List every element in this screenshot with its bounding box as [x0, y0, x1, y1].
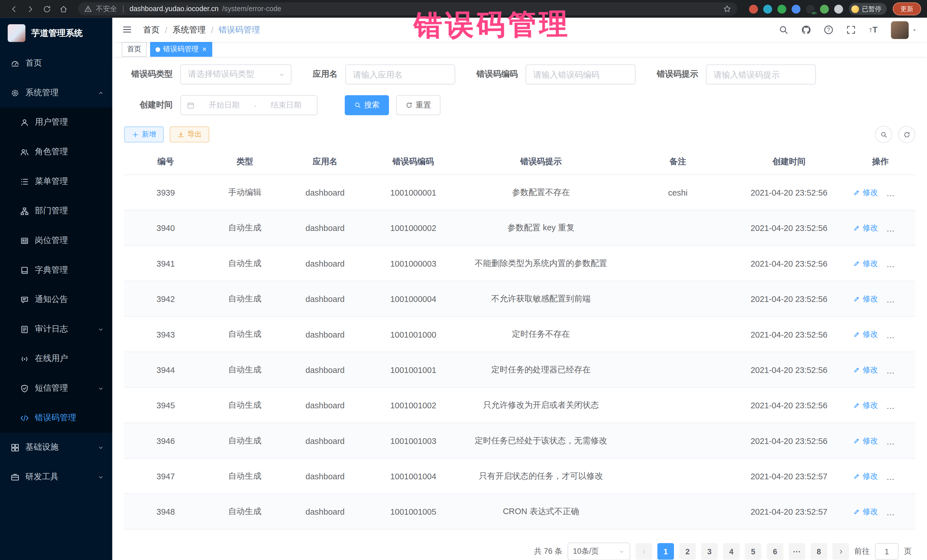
search-icon: [354, 102, 362, 109]
toggle-search-button[interactable]: [875, 126, 892, 143]
help-icon[interactable]: ?: [824, 25, 833, 35]
sidebar-item-error-code-management[interactable]: 错误码管理: [0, 403, 112, 433]
sidebar-item-infrastructure[interactable]: 基础设施: [0, 433, 112, 462]
paused-badge[interactable]: 已暂停: [849, 3, 887, 15]
fullscreen-icon[interactable]: [846, 25, 856, 35]
sidebar-item-user-management[interactable]: 用户管理: [0, 108, 112, 137]
extensions-puzzle-icon[interactable]: [834, 5, 843, 14]
sidebar-item-system-management[interactable]: 系统管理: [0, 78, 112, 108]
reset-button[interactable]: 重置: [396, 95, 441, 115]
edit-button[interactable]: 修改: [853, 506, 878, 517]
screen: 不安全 dashboard.yudao.iocoder.cn/system/er…: [0, 0, 927, 560]
browser-back-button[interactable]: [6, 1, 21, 17]
address-bar[interactable]: 不安全 dashboard.yudao.iocoder.cn/system/er…: [78, 2, 737, 15]
edit-button[interactable]: 修改: [853, 436, 878, 446]
page-button[interactable]: 3: [701, 543, 718, 560]
page-button[interactable]: ···: [789, 543, 805, 560]
search-icon[interactable]: [779, 25, 789, 35]
table-row: 3946自动生成dashboard1001001003定时任务已经处于该状态，无…: [124, 423, 915, 458]
tab-home[interactable]: 首页: [122, 42, 147, 57]
create-time-range-picker[interactable]: 开始日期 - 结束日期: [180, 95, 318, 115]
close-tab-icon[interactable]: ×: [202, 46, 207, 53]
select-placeholder: 请选择错误码类型: [188, 69, 254, 80]
extension-badge: on: [811, 10, 817, 15]
url-domain: dashboard.yudao.iocoder.cn: [129, 5, 219, 13]
edit-button[interactable]: 修改: [853, 222, 878, 233]
breadcrumb-separator: /: [165, 25, 167, 35]
table-row: 3944自动生成dashboard1001001001定时任务的处理器已经存在2…: [124, 352, 915, 387]
app-logo[interactable]: 芋道管理系统: [0, 18, 112, 49]
table-cell: ceshi: [623, 175, 732, 210]
calendar-icon: [187, 101, 195, 109]
app-name-input[interactable]: [345, 64, 455, 84]
goto-label: 前往: [854, 546, 870, 557]
table-cell: [623, 494, 732, 529]
edit-button[interactable]: 修改: [853, 471, 878, 481]
edit-button[interactable]: 修改: [853, 258, 878, 269]
sidebar-item-audit-log[interactable]: 审计日志: [0, 314, 112, 344]
extension-red-icon[interactable]: [749, 5, 758, 14]
page-size-select[interactable]: 10条/页: [568, 543, 631, 560]
extension-blue-icon[interactable]: [792, 5, 800, 14]
chevron-down-icon: [278, 71, 285, 78]
page-button[interactable]: 8: [811, 543, 827, 560]
page-button[interactable]: 1: [658, 543, 674, 560]
log-icon: [20, 325, 29, 334]
goto-unit: 页: [904, 546, 912, 557]
sidebar-item-dev-tools[interactable]: 研发工具: [0, 462, 112, 492]
extension-green-icon[interactable]: [778, 5, 786, 14]
table-cell: 2021-04-20 23:52:56: [732, 387, 846, 423]
sidebar-item-online-users[interactable]: 在线用户: [0, 344, 112, 373]
add-button[interactable]: 新增: [124, 127, 164, 143]
security-label: 不安全: [96, 4, 117, 14]
sidebar-item-sms-management[interactable]: 短信管理: [0, 373, 112, 403]
error-type-select[interactable]: 请选择错误码类型: [180, 64, 292, 84]
goto-page-input[interactable]: [875, 543, 899, 560]
next-page-button[interactable]: [832, 543, 849, 560]
collapse-sidebar-button[interactable]: [122, 24, 134, 36]
sidebar-item-home[interactable]: 首页: [0, 49, 112, 78]
browser-home-button[interactable]: [56, 1, 71, 17]
breadcrumb-item[interactable]: 首页: [143, 24, 160, 35]
extension-teal-icon[interactable]: [763, 5, 772, 14]
table-cell: 定时任务的处理器已经存在: [459, 352, 623, 387]
table-cell: 3946: [124, 423, 207, 458]
github-icon[interactable]: [801, 25, 811, 35]
extension-leaf-icon[interactable]: [820, 5, 829, 14]
page-button[interactable]: 5: [745, 543, 761, 560]
page-button[interactable]: 2: [679, 543, 696, 560]
breadcrumb-item[interactable]: 系统管理: [173, 24, 206, 35]
sidebar-item-dict-management[interactable]: 字典管理: [0, 255, 112, 285]
error-code-input[interactable]: [526, 64, 636, 84]
page-button[interactable]: 6: [767, 543, 783, 560]
sidebar-item-dept-management[interactable]: 部门管理: [0, 196, 112, 226]
refresh-table-button[interactable]: [898, 126, 915, 143]
browser-reload-button[interactable]: [39, 1, 55, 17]
sidebar-item-post-management[interactable]: 岗位管理: [0, 226, 112, 255]
sidebar-item-notice-management[interactable]: 通知公告: [0, 285, 112, 314]
user-avatar-menu[interactable]: [891, 21, 918, 39]
sidebar-item-menu-management[interactable]: 菜单管理: [0, 167, 112, 196]
tab-error-code[interactable]: 错误码管理 ×: [150, 42, 212, 57]
error-message-input[interactable]: [706, 64, 816, 84]
bookmark-star-icon[interactable]: [723, 5, 731, 13]
edit-button[interactable]: 修改: [853, 400, 878, 410]
page-button[interactable]: 4: [723, 543, 740, 560]
edit-button[interactable]: 修改: [853, 329, 878, 339]
gear-icon: [11, 88, 20, 97]
sidebar-item-role-management[interactable]: 角色管理: [0, 137, 112, 167]
browser-forward-button[interactable]: [23, 1, 38, 17]
table-cell: 1001000004: [368, 281, 459, 317]
extension-tag-icon[interactable]: on: [806, 5, 815, 14]
table-cell: dashboard: [283, 210, 368, 246]
font-size-icon[interactable]: TT: [869, 25, 878, 35]
edit-button[interactable]: 修改: [853, 187, 878, 197]
edit-button[interactable]: 修改: [853, 364, 878, 375]
prev-page-button[interactable]: [635, 543, 652, 560]
edit-button[interactable]: 修改: [853, 293, 878, 304]
search-button[interactable]: 搜索: [345, 95, 389, 115]
browser-update-button[interactable]: 更新: [893, 2, 921, 15]
export-button[interactable]: 导出: [170, 127, 209, 143]
table-row: 3940自动生成dashboard1001000002参数配置 key 重复20…: [124, 210, 915, 246]
search-icon: [880, 131, 887, 138]
